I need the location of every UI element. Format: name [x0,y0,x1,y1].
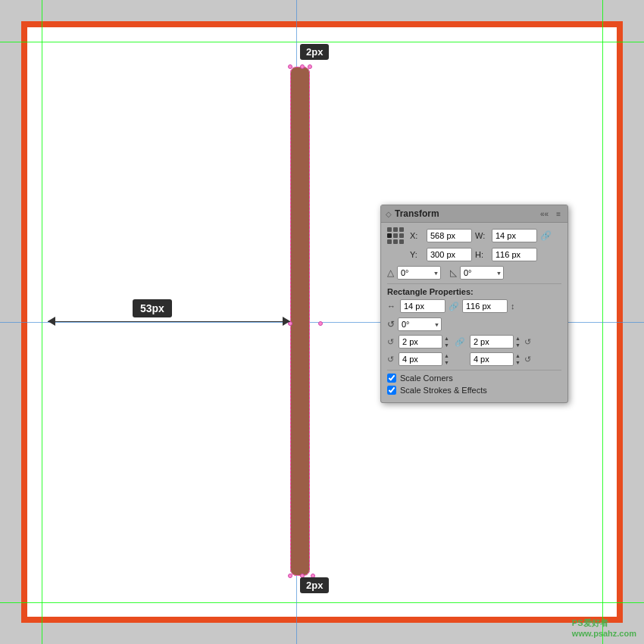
angle-row-1: △ ▼ ◺ ▼ [387,265,561,280]
transform-icon: ◇ [386,210,392,218]
corner-icon-1: ↺ [387,337,394,347]
watermark: PS爱好者 www.psahz.com [572,617,636,638]
corner1b-up[interactable]: ▲ [514,335,521,342]
corner2a-wrap: ▲ ▼ [399,352,450,366]
corner-icon-2: ↺ [387,355,394,364]
ref-dot-5 [393,233,398,238]
panel-title-right: «« ≡ [538,209,563,219]
measure-line [48,321,290,322]
rp-w-arrow: ↔ [387,302,395,311]
corner-link-icon[interactable]: 🔗 [455,337,465,347]
rp-angle-row: ↺ ▼ [387,317,561,331]
scale-strokes-checkbox[interactable] [387,386,396,395]
corner1a-spin: ▲ ▼ [443,335,450,349]
angle-select-wrapper-1: ▼ [397,265,441,280]
ref-dot-1 [387,227,392,232]
corner2b-spin: ▲ ▼ [514,352,521,366]
handle-top-center[interactable] [300,64,305,69]
panel-titlebar: ◇ Transform «« ≡ [381,205,567,223]
scale-corners-checkbox[interactable] [387,374,396,383]
angle-icon-1: △ [387,267,394,278]
ref-grid [387,227,404,244]
ref-dot-2 [393,227,398,232]
x-label: X: [410,231,424,240]
ref-dot-9 [399,239,404,244]
ref-dot-8 [393,239,398,244]
corner1b-spin: ▲ ▼ [514,335,521,349]
corner2b-down[interactable]: ▼ [514,359,521,366]
rp-lock-icon[interactable]: 🔗 [449,302,459,311]
divider-1 [387,283,561,284]
guide-h-bottom [0,602,644,603]
ref-dot-7 [387,239,392,244]
measure-label: 53px [133,299,172,317]
ref-dot-3 [399,227,404,232]
scale-corners-label[interactable]: Scale Corners [400,374,453,383]
w-label: W: [475,231,489,240]
handle-mid-right[interactable] [318,321,323,326]
corner1a-up[interactable]: ▲ [443,335,450,342]
corner1b-wrap: ▲ ▼ [470,335,521,349]
guide-h-top [0,42,644,42]
corner-row-2: ↺ ▲ ▼ 🔗 ▲ ▼ ↺ [387,352,561,366]
angle-select-wrapper-2: ▼ [460,265,504,280]
panel-menu-btn[interactable]: ≡ [554,209,563,219]
rect-shape[interactable] [290,67,310,576]
panel-body: X: W: 🔗 Y: H: △ ▼ [381,223,567,402]
canvas-area: 2px 2px 53px ◇ Transform «« ≡ [0,0,644,644]
measure-arrow-left [48,317,55,326]
corner-row-1: ↺ ▲ ▼ 🔗 ▲ ▼ ↺ [387,335,561,349]
panel-title-left: ◇ Transform [386,208,439,219]
rp-w-input[interactable] [400,299,445,313]
rect-props-label: Rectangle Properties: [387,287,561,296]
y-input[interactable] [427,248,472,261]
rp-h-input[interactable] [462,299,508,313]
ref-dot-4 [387,233,392,238]
h-input[interactable] [492,248,537,261]
scale-corners-row: Scale Corners [387,374,561,383]
angle-input-2[interactable] [460,266,504,280]
y-label: Y: [410,250,424,259]
corner2b-up[interactable]: ▲ [514,352,521,359]
handle-top-right[interactable] [308,64,312,69]
corner2a-down[interactable]: ▼ [443,359,450,366]
angle-input-1[interactable] [397,266,441,280]
corner2a-up[interactable]: ▲ [443,352,450,359]
label-bottom: 2px [300,577,329,593]
corner1a-down[interactable]: ▼ [443,342,450,349]
rp-angle-input[interactable] [398,317,442,331]
corner2b-wrap: ▲ ▼ [470,352,521,366]
corner2a-spin: ▲ ▼ [443,352,450,366]
ref-dot-6 [399,233,404,238]
panel-title: Transform [395,208,439,219]
measure-arrow-right [283,317,290,326]
yh-row: Y: H: [387,248,561,261]
rp-angle-icon: ↺ [387,319,395,330]
scale-strokes-label[interactable]: Scale Strokes & Effects [400,386,487,395]
scale-strokes-row: Scale Strokes & Effects [387,386,561,395]
corner-icon-r2: ↺ [524,355,531,364]
x-input[interactable] [427,229,472,242]
corner1a-input[interactable] [399,335,442,349]
corner2b-input[interactable] [470,352,514,366]
rp-h-arrow: ↕ [511,302,515,311]
angle-icon-2: ◺ [450,267,457,278]
divider-2 [387,370,561,370]
rp-angle-select-wrapper: ▼ [398,317,442,331]
handle-top-left[interactable] [288,64,292,69]
handle-bot-left[interactable] [288,574,292,578]
panel-collapse-btn[interactable]: «« [538,209,551,219]
rp-wh-row: ↔ 🔗 ↕ [387,299,561,313]
corner1a-wrap: ▲ ▼ [399,335,450,349]
corner-icon-r1: ↺ [524,337,531,347]
xw-row: X: W: 🔗 [387,227,561,244]
transform-panel: ◇ Transform «« ≡ [380,205,568,403]
corner1b-input[interactable] [470,335,514,349]
corner1b-down[interactable]: ▼ [514,342,521,349]
lock-icon[interactable]: 🔗 [540,230,552,241]
w-input[interactable] [492,229,537,242]
label-top: 2px [300,44,329,60]
corner2a-input[interactable] [399,352,442,366]
h-label: H: [475,250,489,259]
